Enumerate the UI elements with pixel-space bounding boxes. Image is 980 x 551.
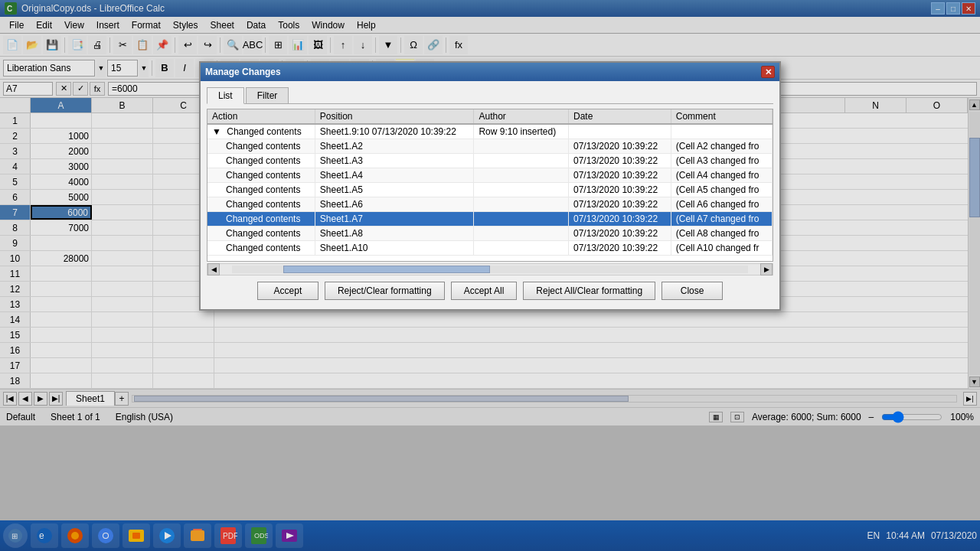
cell-position: Sheet1.A3 xyxy=(315,154,474,168)
table-row[interactable]: Changed contents Sheet1.A4 07/13/2020 10… xyxy=(207,168,773,183)
dialog-content: List Filter Action Position Author Date … xyxy=(201,81,779,309)
col-header-date: Date xyxy=(568,109,671,124)
cell-action: Changed contents xyxy=(207,212,315,227)
cell-comment xyxy=(671,124,772,139)
table-row[interactable]: Changed contents Sheet1.A8 07/13/2020 10… xyxy=(207,227,773,241)
reject-all-clear-button[interactable]: Reject All/Clear formatting xyxy=(523,282,655,300)
cell-date: 07/13/2020 10:39:22 xyxy=(568,183,671,197)
cell-date: 07/13/2020 10:39:22 xyxy=(568,212,671,227)
cell-comment: (Cell A6 changed fro xyxy=(671,197,772,212)
col-header-action: Action xyxy=(207,109,315,124)
cell-date: 07/13/2020 10:39:22 xyxy=(568,197,671,212)
cell-date: 07/13/2020 10:39:22 xyxy=(568,241,671,256)
cell-action: Changed contents xyxy=(207,241,315,256)
table-row[interactable]: Changed contents Sheet1.A3 07/13/2020 10… xyxy=(207,154,773,168)
accept-button[interactable]: Accept xyxy=(257,282,318,300)
tab-list[interactable]: List xyxy=(207,87,244,104)
h-scroll-track xyxy=(232,266,748,273)
table-row[interactable]: Changed contents Sheet1.A5 07/13/2020 10… xyxy=(207,183,773,197)
cell-author xyxy=(474,183,569,197)
dialog-title: Manage Changes xyxy=(205,67,281,77)
cell-action: Changed contents xyxy=(207,197,315,212)
cell-position: Sheet1.A7 xyxy=(315,212,474,227)
cell-action: Changed contents xyxy=(207,168,315,183)
cell-position: Sheet1.A4 xyxy=(315,168,474,183)
reject-clear-button[interactable]: Reject/Clear formatting xyxy=(325,282,445,300)
cell-author xyxy=(474,139,569,154)
scroll-right-button[interactable]: ▶ xyxy=(760,263,773,276)
cell-position: Sheet1.9:10 07/13/2020 10:39:22 xyxy=(315,124,474,139)
cell-action: Changed contents xyxy=(207,154,315,168)
col-header-comment: Comment xyxy=(671,109,772,124)
cell-position: Sheet1.A5 xyxy=(315,183,474,197)
cell-action: Changed contents xyxy=(207,183,315,197)
cell-date: 07/13/2020 10:39:22 xyxy=(568,168,671,183)
cell-author xyxy=(474,154,569,168)
cell-author xyxy=(474,227,569,241)
col-header-position: Position xyxy=(315,109,474,124)
cell-date: 07/13/2020 10:39:22 xyxy=(568,227,671,241)
changes-table-wrap[interactable]: Action Position Author Date Comment ▼ xyxy=(207,109,773,262)
dialog-buttons: Accept Reject/Clear formatting Accept Al… xyxy=(207,276,773,303)
cell-author: Row 9:10 inserted) xyxy=(474,124,569,139)
table-row[interactable]: Changed contents Sheet1.A10 07/13/2020 1… xyxy=(207,241,773,256)
modal-overlay: Manage Changes ✕ List Filter Action Posi… xyxy=(0,0,980,551)
expand-icon[interactable]: ▼ xyxy=(212,126,221,137)
dialog-close-button[interactable]: ✕ xyxy=(761,66,775,78)
cell-comment: (Cell A5 changed fro xyxy=(671,183,772,197)
cell-comment: (Cell A8 changed fro xyxy=(671,227,772,241)
dialog-titlebar: Manage Changes ✕ xyxy=(201,63,779,81)
tab-filter[interactable]: Filter xyxy=(246,87,289,103)
table-row-selected[interactable]: Changed contents Sheet1.A7 07/13/2020 10… xyxy=(207,212,773,227)
cell-action: ▼ Changed contents xyxy=(207,124,315,139)
cell-comment: (Cell A2 changed fro xyxy=(671,139,772,154)
cell-position: Sheet1.A10 xyxy=(315,241,474,256)
table-row[interactable]: ▼ Changed contents Sheet1.9:10 07/13/202… xyxy=(207,124,773,139)
cell-action: Changed contents xyxy=(207,139,315,154)
changes-table: Action Position Author Date Comment ▼ xyxy=(207,109,773,256)
cell-comment: (Cell A7 changed fro xyxy=(671,212,772,227)
cell-comment: (Cell A4 changed fro xyxy=(671,168,772,183)
table-row[interactable]: Changed contents Sheet1.A6 07/13/2020 10… xyxy=(207,197,773,212)
table-row[interactable]: Changed contents Sheet1.A2 07/13/2020 10… xyxy=(207,139,773,154)
cell-position: Sheet1.A6 xyxy=(315,197,474,212)
cell-position: Sheet1.A2 xyxy=(315,139,474,154)
cell-action: Changed contents xyxy=(207,227,315,241)
col-header-author: Author xyxy=(474,109,569,124)
close-dialog-button[interactable]: Close xyxy=(662,282,723,300)
manage-changes-dialog: Manage Changes ✕ List Filter Action Posi… xyxy=(199,61,781,311)
cell-date: 07/13/2020 10:39:22 xyxy=(568,139,671,154)
cell-author xyxy=(474,197,569,212)
scroll-left-button[interactable]: ◀ xyxy=(207,263,220,276)
cell-comment: (Cell A3 changed fro xyxy=(671,154,772,168)
cell-position: Sheet1.A8 xyxy=(315,227,474,241)
horizontal-scroll-bar[interactable]: ◀ ▶ xyxy=(207,263,773,276)
cell-comment: (Cell A10 changed fr xyxy=(671,241,772,256)
dialog-tabs: List Filter xyxy=(207,87,773,104)
cell-date xyxy=(568,124,671,139)
cell-author xyxy=(474,168,569,183)
cell-author xyxy=(474,212,569,227)
cell-date: 07/13/2020 10:39:22 xyxy=(568,154,671,168)
accept-all-button[interactable]: Accept All xyxy=(451,282,518,300)
cell-author xyxy=(474,241,569,256)
h-scroll-thumb[interactable] xyxy=(283,266,490,273)
